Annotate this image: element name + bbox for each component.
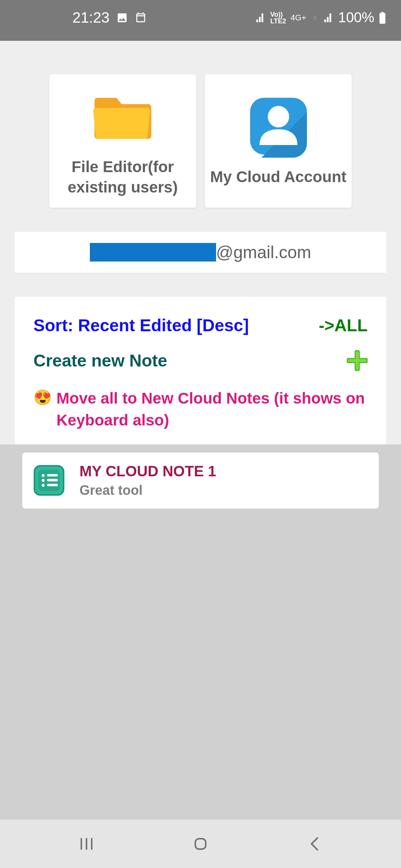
top-cards: File Editor(for existing users) My Cloud… (15, 41, 386, 208)
plus-icon[interactable] (347, 350, 368, 371)
note-list-icon (33, 465, 65, 496)
note-item[interactable]: MY CLOUD NOTE 1 Great tool (22, 453, 379, 509)
signal-icon-2 (323, 13, 334, 23)
email-bar[interactable]: @gmail.com (15, 232, 386, 273)
back-button[interactable] (300, 829, 329, 859)
create-label[interactable]: Create new Note (33, 351, 167, 371)
move-row[interactable]: 😍 Move all to New Cloud Notes (it shows … (33, 388, 368, 431)
recents-button[interactable] (72, 829, 101, 859)
cloud-account-card[interactable]: My Cloud Account (205, 74, 352, 208)
file-editor-label: File Editor(for existing users) (53, 157, 192, 197)
folder-icon (91, 85, 154, 148)
note-subtitle: Great tool (79, 483, 216, 498)
home-button[interactable] (186, 829, 215, 859)
email-domain: @gmail.com (216, 242, 311, 262)
signal-icon-1 (255, 13, 266, 23)
calendar-icon (135, 12, 147, 24)
svg-point-1 (268, 106, 289, 128)
battery-label: 100% (338, 10, 374, 26)
move-label: Move all to New Cloud Notes (it shows on… (56, 388, 368, 431)
heart-eyes-emoji-icon: 😍 (33, 388, 52, 407)
image-icon (116, 12, 128, 24)
battery-icon (379, 12, 386, 24)
notes-list: MY CLOUD NOTE 1 Great tool (0, 444, 401, 517)
content-area: File Editor(for existing users) My Cloud… (0, 41, 401, 820)
nav-bar (0, 820, 401, 868)
note-text: MY CLOUD NOTE 1 Great tool (79, 463, 216, 498)
create-row[interactable]: Create new Note (33, 350, 368, 371)
sort-row[interactable]: Sort: Recent Edited [Desc] ->ALL (33, 315, 368, 335)
email-redacted (90, 243, 216, 262)
file-editor-card[interactable]: File Editor(for existing users) (49, 74, 196, 208)
status-left: 21:23 (72, 9, 147, 26)
svg-point-6 (42, 479, 45, 482)
network-label: 4G+ (291, 13, 306, 23)
lte-label: Vo))LTE2 (270, 11, 286, 24)
svg-rect-7 (47, 479, 58, 481)
cloud-account-label: My Cloud Account (210, 167, 346, 187)
user-icon (247, 95, 310, 158)
svg-point-4 (42, 474, 45, 477)
svg-point-8 (42, 484, 45, 487)
actions-panel: Sort: Recent Edited [Desc] ->ALL Create … (15, 297, 386, 444)
sort-label[interactable]: Sort: Recent Edited [Desc] (33, 315, 249, 335)
svg-rect-13 (195, 839, 206, 849)
svg-rect-5 (47, 474, 58, 477)
all-label[interactable]: ->ALL (319, 315, 368, 335)
svg-rect-9 (47, 484, 58, 486)
note-title: MY CLOUD NOTE 1 (79, 463, 216, 480)
updown-icon (311, 14, 319, 22)
status-right: Vo))LTE2 4G+ 100% (255, 10, 386, 26)
empty-area (0, 517, 401, 820)
status-time: 21:23 (72, 9, 110, 26)
status-bar: 21:23 Vo))LTE2 4G+ 100% (0, 0, 401, 41)
